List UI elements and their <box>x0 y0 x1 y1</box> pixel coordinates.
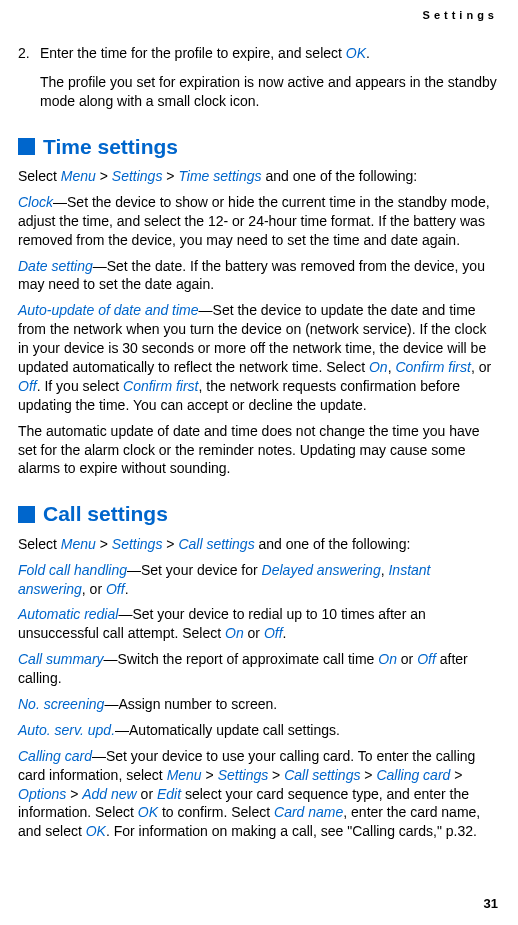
txt: . <box>283 625 287 641</box>
menu-link: Menu <box>167 767 202 783</box>
card-label: Calling card <box>18 748 92 764</box>
callingcard-link: Calling card <box>376 767 450 783</box>
gt: > <box>360 767 376 783</box>
txt: Select <box>18 168 61 184</box>
square-bullet-icon <box>18 138 35 155</box>
on-link: On <box>378 651 397 667</box>
txt: —Set your device for <box>127 562 262 578</box>
gt: > <box>162 536 178 552</box>
gt: > <box>96 536 112 552</box>
redial-para: Automatic redial—Set your device to redi… <box>18 605 500 643</box>
step-period: . <box>366 45 370 61</box>
call-intro: Select Menu > Settings > Call settings a… <box>18 535 500 554</box>
auto-update-para: Auto-update of date and time—Set the dev… <box>18 301 500 414</box>
ok-link: OK <box>138 804 158 820</box>
ok-link: OK <box>346 45 366 61</box>
on-link: On <box>369 359 388 375</box>
clock-label: Clock <box>18 194 53 210</box>
clock-para: Clock—Set the device to show or hide the… <box>18 193 500 250</box>
txt: , or <box>82 581 106 597</box>
time-intro: Select Menu > Settings > Time settings a… <box>18 167 500 186</box>
no-screening-para: No. screening—Assign number to screen. <box>18 695 500 714</box>
txt: . For information on making a call, see … <box>106 823 477 839</box>
confirm-first-link: Confirm first <box>395 359 470 375</box>
fold-label: Fold call handling <box>18 562 127 578</box>
on-link: On <box>225 625 244 641</box>
page-number: 31 <box>484 895 498 913</box>
txt: or <box>244 625 264 641</box>
step-text: Enter the time for the profile to expire… <box>40 45 346 61</box>
menu-link: Menu <box>61 168 96 184</box>
txt: or <box>137 786 157 802</box>
callsettings-link: Call settings <box>178 536 254 552</box>
settings-link: Settings <box>218 767 269 783</box>
off-link: Off <box>18 378 37 394</box>
off-link: Off <box>417 651 436 667</box>
off-link: Off <box>106 581 125 597</box>
step-2: 2. Enter the time for the profile to exp… <box>18 44 500 63</box>
gt: > <box>202 767 218 783</box>
fold-para: Fold call handling—Set your device for D… <box>18 561 500 599</box>
calling-card-para: Calling card—Set your device to use your… <box>18 747 500 841</box>
gt: > <box>96 168 112 184</box>
confirm-first-link-2: Confirm first <box>123 378 198 394</box>
options-link: Options <box>18 786 66 802</box>
settings-link: Settings <box>112 536 163 552</box>
auto-serv-para: Auto. serv. upd.—Automatically update ca… <box>18 721 500 740</box>
time-settings-header: Time settings <box>18 133 500 161</box>
date-label: Date setting <box>18 258 93 274</box>
square-bullet-icon <box>18 506 35 523</box>
gt: > <box>268 767 284 783</box>
step-follow-text: The profile you set for expiration is no… <box>40 73 500 111</box>
txt: or <box>397 651 417 667</box>
txt: and one of the following: <box>255 536 411 552</box>
cardname-link: Card name <box>274 804 343 820</box>
call-settings-header: Call settings <box>18 500 500 528</box>
gt: > <box>450 767 462 783</box>
txt: —Assign number to screen. <box>104 696 277 712</box>
header-section-label: Settings <box>423 8 498 23</box>
redial-label: Automatic redial <box>18 606 118 622</box>
settings-link: Settings <box>112 168 163 184</box>
delayed-link: Delayed answering <box>262 562 381 578</box>
gt: > <box>162 168 178 184</box>
call-settings-title: Call settings <box>43 500 168 528</box>
txt: —Switch the report of approximate call t… <box>104 651 379 667</box>
menu-link: Menu <box>61 536 96 552</box>
no-screening-label: No. screening <box>18 696 104 712</box>
clock-body: —Set the device to show or hide the curr… <box>18 194 490 248</box>
callsettings-link: Call settings <box>284 767 360 783</box>
txt: , or <box>471 359 491 375</box>
ok-link-2: OK <box>86 823 106 839</box>
auto-note: The automatic update of date and time do… <box>18 422 500 479</box>
auto-serv-label: Auto. serv. upd. <box>18 722 115 738</box>
off-link: Off <box>264 625 283 641</box>
txt: . If you select <box>37 378 123 394</box>
step-body: Enter the time for the profile to expire… <box>40 44 500 63</box>
txt: . <box>125 581 129 597</box>
summary-label: Call summary <box>18 651 104 667</box>
summary-para: Call summary—Switch the report of approx… <box>18 650 500 688</box>
txt: —Automatically update call settings. <box>115 722 340 738</box>
timesettings-link: Time settings <box>178 168 261 184</box>
auto-label: Auto-update of date and time <box>18 302 199 318</box>
txt: to confirm. Select <box>158 804 274 820</box>
addnew-link: Add new <box>82 786 136 802</box>
txt: and one of the following: <box>262 168 418 184</box>
time-settings-title: Time settings <box>43 133 178 161</box>
gt: > <box>66 786 82 802</box>
step-number: 2. <box>18 44 40 63</box>
date-para: Date setting—Set the date. If the batter… <box>18 257 500 295</box>
edit-link: Edit <box>157 786 181 802</box>
txt: Select <box>18 536 61 552</box>
